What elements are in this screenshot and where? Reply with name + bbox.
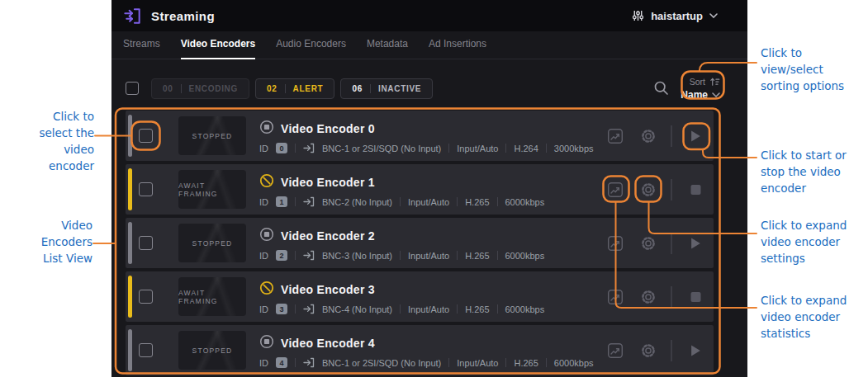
row-detail-line: ID1BNC-2 (No Input)Input/AutoH.2656000kb… bbox=[259, 196, 544, 207]
detail-separator bbox=[295, 251, 296, 260]
row-thumbnail: STOPPED bbox=[178, 331, 246, 370]
row-name-line: Video Encoder 1 bbox=[259, 173, 544, 191]
detail-separator bbox=[457, 251, 458, 260]
stats-button[interactable] bbox=[607, 289, 624, 305]
stop-button[interactable] bbox=[690, 291, 701, 302]
action-divider bbox=[671, 286, 672, 308]
annotation-settings: Click to expand video encoder settings bbox=[761, 217, 847, 266]
row-select-checkbox[interactable] bbox=[139, 129, 153, 143]
status-alert-icon bbox=[259, 281, 274, 299]
chevron-down-icon bbox=[709, 13, 718, 18]
filter-alert-button[interactable]: 02ALERT bbox=[255, 78, 334, 99]
filter-separator bbox=[370, 84, 371, 93]
codec: H.265 bbox=[465, 197, 489, 207]
thumbnail-status-label: AWAIT FRAMING bbox=[178, 182, 246, 198]
input-source-icon bbox=[303, 357, 315, 368]
settings-button[interactable] bbox=[640, 128, 657, 144]
input-mode: Input/Auto bbox=[408, 304, 449, 314]
input-source: BNC-3 (No Input) bbox=[322, 251, 392, 261]
row-thumbnail: AWAIT FRAMING bbox=[178, 277, 246, 316]
codec: H.265 bbox=[465, 304, 489, 314]
encoder-id-label: ID bbox=[259, 197, 268, 207]
encoder-row[interactable]: STOPPEDVideo Encoder 4ID4BNC-1 or 2SI/SQ… bbox=[126, 325, 714, 375]
input-source-icon bbox=[303, 196, 315, 207]
codec: H.265 bbox=[514, 358, 538, 368]
encoder-name: Video Encoder 1 bbox=[281, 176, 375, 189]
tab-audio-encoders[interactable]: Audio Encoders bbox=[276, 38, 346, 59]
encoder-id-label: ID bbox=[259, 144, 268, 153]
toolbar-right: Sort Name bbox=[653, 77, 720, 100]
input-source: BNC-2 (No Input) bbox=[322, 197, 392, 207]
stats-button[interactable] bbox=[607, 128, 624, 144]
input-source: BNC-1 or 2SI/SQD (No Input) bbox=[322, 358, 441, 368]
stop-button[interactable] bbox=[690, 184, 701, 195]
row-thumbnail: AWAIT FRAMING bbox=[178, 170, 246, 209]
settings-button[interactable] bbox=[640, 235, 657, 252]
encoder-row[interactable]: AWAIT FRAMINGVideo Encoder 3ID3BNC-4 (No… bbox=[126, 271, 714, 322]
detail-separator bbox=[457, 197, 458, 206]
encoder-row[interactable]: AWAIT FRAMINGVideo Encoder 1ID1BNC-2 (No… bbox=[126, 164, 714, 215]
start-button[interactable] bbox=[690, 344, 701, 356]
sort-control[interactable]: Sort Name bbox=[681, 77, 720, 100]
status-filters: 00ENCODING02ALERT06INACTIVE bbox=[151, 78, 433, 99]
row-select-checkbox[interactable] bbox=[139, 343, 153, 357]
encoder-row[interactable]: STOPPEDVideo Encoder 0ID0BNC-1 or 2SI/SQ… bbox=[126, 111, 714, 161]
stats-button[interactable] bbox=[607, 342, 624, 359]
row-status-stripe bbox=[128, 222, 132, 264]
row-status-stripe bbox=[128, 276, 132, 318]
encoder-row[interactable]: STOPPEDVideo Encoder 2ID2BNC-3 (No Input… bbox=[126, 218, 714, 268]
tab-video-encoders[interactable]: Video Encoders bbox=[181, 38, 255, 59]
detail-separator bbox=[400, 304, 401, 314]
tab-streams[interactable]: Streams bbox=[123, 38, 160, 59]
row-select-checkbox[interactable] bbox=[139, 182, 153, 196]
settings-button[interactable] bbox=[640, 289, 657, 305]
filter-separator bbox=[285, 84, 286, 93]
settings-button[interactable] bbox=[640, 342, 657, 359]
encoder-id-badge: 2 bbox=[276, 250, 287, 261]
start-button[interactable] bbox=[690, 237, 701, 249]
stats-button[interactable] bbox=[607, 182, 624, 198]
filter-inactive-button[interactable]: 06INACTIVE bbox=[340, 78, 433, 99]
stats-button[interactable] bbox=[607, 235, 624, 252]
action-divider bbox=[671, 125, 672, 147]
search-icon[interactable] bbox=[653, 80, 670, 97]
row-status-stripe bbox=[128, 168, 132, 210]
row-detail-line: ID4BNC-1 or 2SI/SQD (No Input)Input/Auto… bbox=[259, 357, 594, 368]
status-stopped-icon bbox=[259, 120, 274, 138]
start-button[interactable] bbox=[690, 130, 701, 142]
filter-encoding-button[interactable]: 00ENCODING bbox=[151, 78, 249, 99]
detail-separator bbox=[546, 144, 547, 153]
sliders-icon bbox=[632, 9, 644, 22]
account-menu[interactable]: haistartup bbox=[632, 0, 718, 31]
row-name-line: Video Encoder 2 bbox=[259, 227, 544, 245]
select-all-checkbox[interactable] bbox=[126, 82, 139, 95]
video-encoders-list: STOPPEDVideo Encoder 0ID0BNC-1 or 2SI/SQ… bbox=[126, 111, 714, 379]
row-detail-line: ID0BNC-1 or 2SI/SQD (No Input)Input/Auto… bbox=[259, 143, 594, 153]
row-detail-line: ID2BNC-3 (No Input)Input/AutoH.2656000kb… bbox=[259, 250, 544, 261]
tab-ad-insertions[interactable]: Ad Insertions bbox=[429, 38, 486, 59]
settings-button[interactable] bbox=[640, 182, 657, 198]
row-name-line: Video Encoder 4 bbox=[259, 334, 594, 352]
row-main: Video Encoder 0ID0BNC-1 or 2SI/SQD (No I… bbox=[259, 120, 594, 153]
status-stopped-icon bbox=[259, 227, 274, 245]
annotation-select-encoder: Click to select the video encoder bbox=[12, 108, 94, 174]
chevron-down-icon bbox=[712, 92, 720, 97]
codec: H.264 bbox=[514, 144, 538, 153]
filter-label: ALERT bbox=[293, 84, 324, 93]
detail-separator bbox=[448, 358, 449, 367]
row-select-checkbox[interactable] bbox=[139, 290, 153, 304]
filter-toolbar: 00ENCODING02ALERT06INACTIVE Sort Name bbox=[126, 76, 720, 101]
encoder-name: Video Encoder 2 bbox=[281, 229, 375, 243]
detail-separator bbox=[295, 358, 296, 367]
row-select-checkbox[interactable] bbox=[139, 236, 153, 250]
detail-separator bbox=[497, 304, 498, 314]
encoder-id-label: ID bbox=[259, 251, 268, 261]
row-main: Video Encoder 4ID4BNC-1 or 2SI/SQD (No I… bbox=[259, 334, 594, 368]
annotation-list-view: Video Encoders List View bbox=[12, 217, 92, 266]
input-source-icon bbox=[303, 250, 315, 261]
detail-separator bbox=[505, 144, 506, 153]
row-main: Video Encoder 2ID2BNC-3 (No Input)Input/… bbox=[259, 227, 544, 261]
tab-metadata[interactable]: Metadata bbox=[367, 38, 408, 59]
thumbnail-status-label: STOPPED bbox=[192, 347, 233, 355]
filter-label: ENCODING bbox=[189, 84, 239, 93]
